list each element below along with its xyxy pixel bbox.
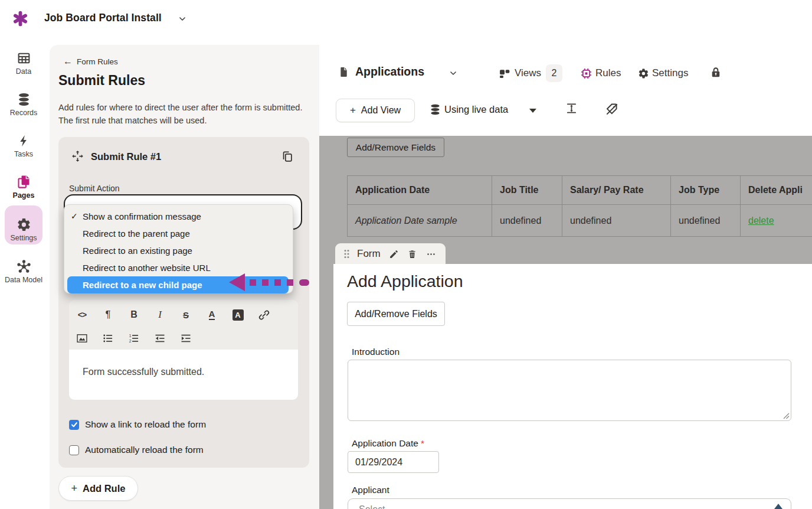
- numbered-list-icon[interactable]: 12: [127, 331, 141, 345]
- sidebar-item-records[interactable]: Records: [0, 92, 47, 117]
- app-sidebar: Data Records Tasks Pages: [0, 38, 47, 509]
- trash-icon[interactable]: [407, 249, 417, 259]
- data-table-icon: [17, 51, 31, 66]
- form-view-tab[interactable]: Form: [335, 243, 446, 265]
- field-label-applicant: Applicant: [352, 485, 389, 495]
- sidebar-item-label: Data: [16, 67, 31, 76]
- checkbox-checked: [69, 420, 79, 430]
- editor-content-area[interactable]: Form successfully submitted.: [69, 350, 298, 400]
- records-database-icon: [17, 92, 31, 107]
- tab-views[interactable]: Views: [515, 67, 541, 79]
- chevron-down-icon[interactable]: [178, 15, 187, 23]
- field-label-application-date-row: Application Date *: [352, 438, 424, 449]
- field-label-application-date: Application Date: [352, 438, 418, 449]
- table-header-row: Application Date Job Title Salary/ Pay R…: [348, 176, 812, 205]
- delete-record-link[interactable]: delete: [748, 216, 774, 226]
- add-view-button[interactable]: + Add View: [336, 99, 415, 122]
- lock-icon[interactable]: [710, 66, 722, 79]
- code-view-icon[interactable]: <>: [75, 308, 89, 322]
- app-title: Job Board Portal Install: [44, 12, 162, 24]
- tasks-lightning-icon: [17, 133, 31, 148]
- auto-reload-checkbox-row[interactable]: Automatically reload the form: [69, 445, 204, 455]
- applicant-select[interactable]: Select...: [348, 498, 791, 509]
- dropdown-option[interactable]: Redirect to the parent page: [64, 225, 293, 242]
- svg-text:2: 2: [129, 339, 132, 343]
- drag-handle-icon[interactable]: [343, 249, 350, 259]
- background-color-icon[interactable]: A: [233, 309, 244, 321]
- hide-labels-tag-slash-icon[interactable]: [604, 102, 620, 117]
- dropdown-option-label: Redirect to a new child page: [83, 280, 202, 290]
- rules-chip-icon: [580, 67, 592, 80]
- submit-action-label: Submit Action: [69, 184, 120, 193]
- page-file-icon: [338, 65, 349, 79]
- bullet-list-icon[interactable]: [101, 331, 115, 345]
- insert-image-icon[interactable]: [75, 331, 89, 345]
- column-header[interactable]: Salary/ Pay Rate: [562, 176, 671, 205]
- form-add-remove-fields-button[interactable]: Add/Remove Fields: [347, 302, 445, 326]
- add-remove-fields-label: Add/Remove Fields: [355, 309, 437, 319]
- table-add-remove-fields-button[interactable]: Add/Remove Fields: [347, 138, 444, 157]
- application-date-input[interactable]: [348, 451, 439, 473]
- plus-icon: +: [350, 105, 356, 116]
- column-header[interactable]: Job Title: [492, 176, 562, 205]
- sidebar-item-settings[interactable]: Settings: [0, 217, 47, 242]
- tab-rules[interactable]: Rules: [595, 67, 621, 79]
- form-view-panel: Add Application Add/Remove Fields Introd…: [333, 264, 812, 509]
- knack-logo-icon[interactable]: [12, 11, 28, 27]
- reload-link-checkbox-row[interactable]: Show a link to reload the form: [69, 419, 206, 430]
- table-cell: Application Date sample: [348, 205, 492, 237]
- back-arrow-icon: ←: [63, 57, 73, 66]
- edit-pencil-icon[interactable]: [389, 249, 399, 259]
- paragraph-format-icon[interactable]: ¶: [101, 308, 115, 322]
- required-asterisk: *: [421, 438, 424, 449]
- sidebar-item-label: Data Model: [5, 276, 42, 284]
- table-row: Application Date sample undefined undefi…: [348, 205, 812, 237]
- sidebar-item-tasks[interactable]: Tasks: [0, 133, 47, 158]
- insert-link-icon[interactable]: [257, 308, 271, 322]
- sidebar-item-label: Records: [10, 109, 38, 117]
- page-editor-header: Applications Views 2 Rules Settings + Ad…: [319, 38, 812, 136]
- strikethrough-icon[interactable]: S: [179, 308, 193, 322]
- outdent-icon[interactable]: [153, 331, 167, 345]
- resize-handle-icon[interactable]: [783, 413, 790, 419]
- checkbox-label: Automatically reload the form: [85, 445, 204, 455]
- sidebar-item-label: Pages: [13, 191, 35, 200]
- dropdown-option[interactable]: ✓ Show a confirmation message: [64, 208, 293, 225]
- confirmation-message-text: Form successfully submitted.: [69, 350, 298, 377]
- bold-icon[interactable]: B: [127, 308, 141, 322]
- form-title: Add Application: [347, 272, 463, 291]
- dropdown-option[interactable]: Redirect to an existing page: [64, 242, 293, 259]
- fit-height-icon[interactable]: [565, 102, 578, 115]
- back-to-form-rules-link[interactable]: ← Form Rules: [63, 57, 118, 66]
- page-chevron-down-icon[interactable]: [448, 69, 458, 77]
- sidebar-item-pages[interactable]: Pages: [0, 174, 47, 200]
- checkbox-label: Show a link to reload the form: [85, 419, 206, 430]
- sidebar-item-data-model[interactable]: Data Model: [0, 259, 47, 284]
- table-cell: undefined: [562, 205, 671, 237]
- check-icon: ✓: [71, 208, 78, 225]
- italic-icon[interactable]: I: [153, 308, 167, 322]
- rule-card-title: Submit Rule #1: [91, 151, 161, 162]
- dropdown-option-label: Redirect to an existing page: [83, 246, 192, 256]
- sidebar-item-data[interactable]: Data: [0, 51, 47, 76]
- move-handle-icon[interactable]: [71, 150, 84, 162]
- live-data-selector[interactable]: Using live data: [444, 104, 508, 115]
- column-header[interactable]: Application Date: [348, 176, 492, 205]
- more-options-icon[interactable]: [425, 249, 437, 259]
- duplicate-rule-icon[interactable]: [281, 150, 294, 163]
- field-label-introduction: Introduction: [352, 347, 400, 357]
- live-app-preview: Add/Remove Fields Application Date Job T…: [319, 136, 812, 509]
- dropdown-option-label: Show a confirmation message: [83, 211, 201, 221]
- introduction-textarea[interactable]: [348, 360, 791, 421]
- indent-icon[interactable]: [179, 331, 193, 345]
- page-title: Applications: [355, 65, 424, 79]
- column-header[interactable]: Job Type: [671, 176, 741, 205]
- annotation-arrow-head: [229, 273, 245, 291]
- gear-icon: [17, 217, 31, 232]
- column-header[interactable]: Delete Appli: [741, 176, 812, 205]
- add-rule-button[interactable]: + Add Rule: [58, 476, 138, 501]
- tab-settings[interactable]: Settings: [652, 67, 688, 79]
- live-data-caret-icon[interactable]: [529, 109, 536, 113]
- text-color-icon[interactable]: A: [209, 309, 215, 320]
- applications-preview-table: Application Date Job Title Salary/ Pay R…: [347, 175, 812, 237]
